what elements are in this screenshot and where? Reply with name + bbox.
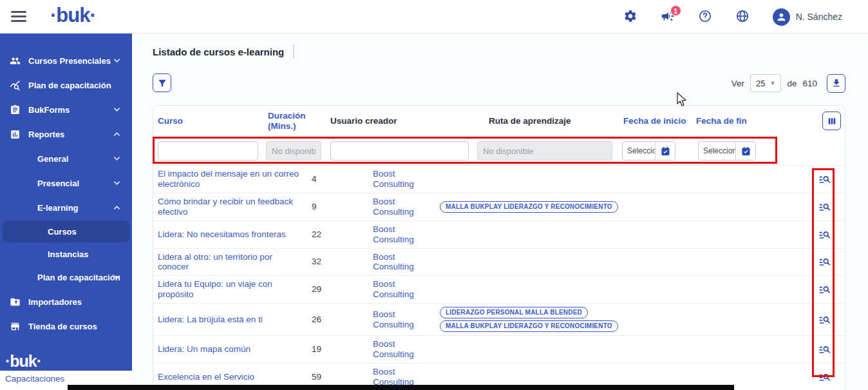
course-name-link[interactable]: Cómo brindar y recibir un feedback efect…: [153, 193, 307, 220]
course-duration: 59: [307, 369, 368, 385]
avatar: [773, 8, 790, 26]
search-list-icon: [818, 173, 831, 186]
search-list-icon: [818, 255, 831, 268]
course-name-link[interactable]: Lidera tu Equipo: un viaje con propósito: [153, 276, 307, 303]
sidebar-item-reportes[interactable]: Reportes: [3, 122, 129, 146]
course-duration: 29: [307, 281, 368, 298]
sidebar-item-importadores[interactable]: Importadores: [3, 290, 129, 314]
sidebar-item-label: Plan de capacitación: [37, 273, 120, 282]
sidebar-item-bukforms[interactable]: BukForms: [3, 98, 129, 122]
course-learning-paths: [440, 286, 623, 293]
calendar-icon[interactable]: [735, 142, 755, 160]
sidebar-item-label: Plan de capacitación: [28, 81, 111, 90]
sidebar-item-plan-de-capacitaci-n[interactable]: Plan de capacitación: [3, 266, 129, 289]
filter-fecha-fin: Selecciona: [698, 141, 756, 161]
filter-ruta-input: [477, 141, 612, 161]
chart-search-icon: [9, 80, 21, 92]
column-header-fecha-fin[interactable]: Fecha de fin: [696, 115, 747, 126]
course-detail-button[interactable]: [817, 171, 833, 187]
column-header-duracion[interactable]: Duración (Mins.): [268, 110, 308, 131]
courses-table: Curso Duración (Mins.) Usuario creador R…: [153, 105, 845, 390]
table-filter-row: Selecciona Selecciona: [153, 136, 845, 166]
download-button[interactable]: [827, 74, 845, 93]
column-header-usuario: Usuario creador: [330, 115, 397, 126]
pagination-toolbar: Ver 25 ▼ de 610: [731, 73, 845, 93]
filter-button[interactable]: [153, 73, 171, 92]
sidebar-item-plan-de-capacitaci-n[interactable]: Plan de capacitación: [3, 73, 129, 97]
course-detail-button[interactable]: [817, 227, 833, 242]
course-creator: Boost Consulting: [368, 276, 440, 303]
menu-icon[interactable]: [11, 11, 26, 23]
page-size-value: 25: [756, 79, 765, 88]
course-name-link[interactable]: Lidera: No necesitamos fronteras: [153, 226, 307, 243]
chevron-down-icon: [113, 154, 120, 164]
folder-up-icon: [9, 297, 21, 308]
bottom-black-bar: [68, 385, 734, 390]
course-fecha-inicio: [623, 258, 696, 265]
course-name-link[interactable]: Lidera: La brújula está en ti: [153, 311, 307, 328]
filter-usuario-input[interactable]: [330, 141, 469, 161]
column-header-curso[interactable]: Curso: [158, 115, 183, 126]
course-detail-button[interactable]: [817, 282, 833, 297]
download-icon: [831, 78, 842, 88]
sidebar-item-label: Reportes: [28, 130, 64, 139]
course-detail-button[interactable]: [817, 199, 833, 215]
table-row: Lidera: La brújula está en ti26Boost Con…: [153, 304, 845, 336]
course-name-link[interactable]: Lidera al otro: un territorio por conoce…: [153, 249, 307, 276]
course-detail-button[interactable]: [817, 342, 833, 357]
course-fecha-inicio: [623, 231, 696, 238]
fecha-inicio-placeholder[interactable]: Selecciona: [623, 142, 655, 160]
help-icon[interactable]: [698, 9, 713, 24]
table-row: Lidera: Un mapa común19Boost Consulting: [153, 336, 845, 364]
page-size-select[interactable]: 25 ▼: [750, 74, 781, 92]
sidebar-item-tienda-de-cursos[interactable]: Tienda de cursos: [3, 315, 129, 338]
course-name-link[interactable]: Excelencia en el Servicio: [153, 369, 307, 385]
search-list-icon: [818, 343, 831, 356]
course-name-link[interactable]: Lidera: Un mapa común: [153, 341, 307, 358]
chevron-up-icon: [113, 203, 120, 213]
sidebar: Cursos PresencialesPlan de capacitaciónB…: [0, 34, 132, 371]
sidebar-item-instancias[interactable]: Instancias: [3, 243, 129, 265]
course-fecha-fin: [696, 317, 769, 323]
status-bar-text: Capacitaciones: [5, 374, 64, 384]
course-fecha-inicio: [623, 286, 696, 293]
announcement-icon[interactable]: 1: [661, 9, 676, 24]
chevron-up-icon: [113, 130, 120, 139]
filter-fecha-inicio: Selecciona: [622, 141, 675, 161]
bar-chart-icon: [9, 129, 21, 141]
table-row: El impacto del mensaje en un correo elec…: [153, 166, 845, 193]
sidebar-item-label: Tienda de cursos: [28, 322, 97, 331]
sidebar-item-presencial[interactable]: Presencial: [3, 171, 129, 195]
table-header-row: Curso Duración (Mins.) Usuario creador R…: [153, 106, 845, 136]
of-label: de: [787, 79, 797, 88]
course-detail-button[interactable]: [817, 369, 833, 385]
sidebar-item-cursos-presenciales[interactable]: Cursos Presenciales: [3, 49, 129, 73]
course-name-link[interactable]: El impacto del mensaje en un correo elec…: [153, 166, 307, 193]
calendar-icon[interactable]: [655, 142, 675, 160]
globe-icon[interactable]: [735, 9, 751, 24]
main-content: Listado de cursos e-learning Ver 25 ▼ de…: [132, 34, 868, 390]
columns-config-button[interactable]: [822, 112, 841, 130]
filter-curso-input[interactable]: [158, 141, 258, 161]
course-creator: Boost Consulting: [368, 249, 440, 276]
sidebar-item-cursos[interactable]: Cursos: [3, 220, 129, 242]
course-learning-paths: [440, 346, 623, 353]
sidebar-item-e-learning[interactable]: E-learning: [3, 196, 129, 220]
sidebar-item-general[interactable]: General: [3, 147, 129, 171]
column-header-fecha-inicio[interactable]: Fecha de inicio: [623, 115, 686, 126]
table-row: Lidera: No necesitamos fronteras22Boost …: [153, 221, 845, 249]
buk-logo: ·buk·: [50, 4, 96, 27]
course-duration: 4: [307, 171, 368, 188]
filter-duracion-input: [266, 141, 321, 161]
course-fecha-inicio: [623, 317, 696, 323]
course-detail-button[interactable]: [817, 254, 833, 269]
user-menu[interactable]: N. Sánchez: [773, 8, 842, 26]
fecha-fin-placeholder[interactable]: Selecciona: [699, 142, 735, 160]
course-fecha-fin: [696, 176, 769, 182]
gear-icon[interactable]: [623, 9, 639, 24]
table-body: El impacto del mensaje en un correo elec…: [153, 166, 845, 390]
course-duration: 32: [307, 253, 368, 270]
sidebar-item-label: Cursos: [48, 227, 77, 237]
learning-path-badge: MALLA BUKPLAY LIDERAZGO Y RECONOCIMIENTO: [440, 320, 618, 332]
course-detail-button[interactable]: [817, 312, 833, 327]
